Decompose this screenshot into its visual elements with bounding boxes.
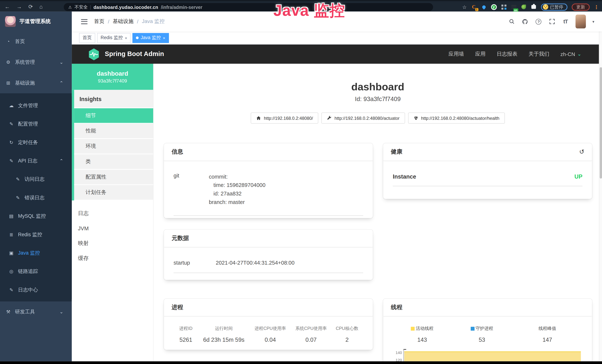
extension-puzzle-icon[interactable]: [531, 4, 537, 10]
search-icon[interactable]: [508, 18, 515, 25]
nav-item-logs[interactable]: 日志: [72, 206, 153, 221]
puzzle-shape: [531, 5, 536, 9]
nav-item-mappings[interactable]: 映射: [72, 236, 153, 251]
sidebar-item-scheduled-jobs[interactable]: ↻ 定时任务: [0, 133, 72, 152]
font-size-icon[interactable]: tT: [562, 18, 569, 25]
sidebar-item-home[interactable]: ◔ 首页: [0, 31, 72, 52]
help-icon[interactable]: ?: [535, 18, 542, 25]
tags-view-bar: 首页 Redis 监控 × Java 监控 ×: [72, 32, 602, 44]
insights-label: Insights: [74, 90, 153, 108]
nav-item-caches[interactable]: 缓存: [72, 251, 153, 266]
sidebar-item-label: 访问日志: [25, 176, 45, 183]
history-icon[interactable]: ↺: [579, 149, 584, 155]
sidebar-item-tracing[interactable]: ◎ 链路追踪: [0, 262, 72, 280]
sidebar-item-redis-monitor[interactable]: ≣ Redis 监控: [0, 225, 72, 244]
sidebar-item-system-mgmt[interactable]: ⚙ 系统管理 ⌄: [0, 52, 72, 73]
sidebar-item-infrastructure[interactable]: ⊞ 基础设施 ⌃: [0, 73, 72, 93]
github-icon[interactable]: [522, 18, 528, 25]
page-title: dashboard: [153, 81, 602, 93]
nav-item-details[interactable]: 细节: [74, 108, 153, 124]
metadata-key: startup: [173, 260, 216, 266]
health-row-instance[interactable]: Instance UP: [393, 166, 582, 186]
sba-nav-about[interactable]: 关于我们: [528, 51, 549, 57]
endpoint-actuator-url[interactable]: http://192.168.0.2:48080/actuator: [322, 113, 405, 124]
daemon-threads-value: 53: [452, 337, 512, 343]
user-avatar[interactable]: [575, 15, 586, 29]
sba-nav-wallboard[interactable]: 应用墙: [449, 51, 464, 57]
wrench-icon: [327, 116, 332, 121]
tab-java-monitor[interactable]: Java 监控 ×: [133, 33, 169, 43]
extension-badge: 1: [475, 8, 478, 11]
scrollbar-thumb[interactable]: [600, 67, 602, 179]
extension-grid-icon[interactable]: [501, 4, 506, 10]
address-bar[interactable]: ⚠ 不安全 dashboard.yudao.iocoder.cn /infra/…: [64, 3, 433, 11]
app-sidebar: 芋道管理系统 ◔ 首页 ⚙ 系统管理 ⌄ ⊞ 基础设施 ⌃ ☁ 文件管理: [0, 11, 72, 361]
endpoint-service-url[interactable]: http://192.168.0.2:48080/: [251, 113, 318, 124]
git-id-line: id: 27aa832: [209, 190, 266, 198]
log-icon: ✎: [9, 158, 14, 163]
sidebar-item-api-logs[interactable]: ✎ API 日志 ⌃: [0, 152, 72, 170]
endpoint-url: http://192.168.0.2:48080/: [264, 116, 313, 120]
bookmark-star-icon[interactable]: ☆: [462, 4, 467, 10]
chrome-update-button[interactable]: 更新: [572, 3, 590, 11]
instance-header[interactable]: dashboard 93a3fc7f7409: [72, 64, 153, 90]
extension-y-icon[interactable]: y: [491, 4, 497, 10]
browser-menu-icon[interactable]: ⋮: [594, 4, 599, 10]
log-icon: ✎: [9, 287, 14, 293]
sidebar-item-error-logs[interactable]: ✎ 错误日志: [0, 189, 72, 207]
tab-redis-monitor[interactable]: Redis 监控 ×: [97, 33, 131, 43]
extension-list-icon[interactable]: on: [511, 4, 516, 10]
sidebar-item-access-logs[interactable]: ✎ 访问日志: [0, 170, 72, 188]
app-title: 芋道管理系统: [20, 18, 51, 25]
sidebar-item-label: API 日志: [18, 157, 37, 164]
sba-language-select[interactable]: zh-CN ⌄: [560, 51, 581, 57]
chevron-down-icon: ⌄: [577, 51, 581, 57]
nav-item-config-props[interactable]: 配置属性: [74, 170, 153, 185]
close-icon[interactable]: ×: [163, 36, 165, 40]
logo-row[interactable]: 芋道管理系统: [0, 11, 72, 31]
nav-item-metrics[interactable]: 性能: [74, 124, 153, 139]
forward-icon[interactable]: →: [17, 3, 22, 10]
sidebar-item-java-monitor[interactable]: ▣ Java 监控: [0, 244, 72, 262]
chevron-up-icon: ⌃: [60, 80, 64, 86]
back-icon[interactable]: ←: [5, 3, 10, 10]
home-icon[interactable]: ⌂: [40, 3, 43, 10]
threads-card: 线程 活动线程 143 守护进程: [383, 299, 592, 361]
endpoint-health-url[interactable]: http://192.168.0.2:48080/actuator/health: [408, 113, 505, 124]
live-threads-area: [404, 352, 581, 361]
nav-item-jvm[interactable]: JVM: [72, 221, 153, 236]
nav-item-scheduled-tasks[interactable]: 计划任务: [74, 185, 153, 201]
sidebar-item-mysql-monitor[interactable]: ▤ MySQL 监控: [0, 207, 72, 225]
nav-item-environment[interactable]: 环境: [74, 139, 153, 154]
caret-down-icon[interactable]: ▾: [592, 20, 594, 24]
close-icon[interactable]: ×: [125, 36, 127, 40]
hamburger-icon[interactable]: [81, 19, 87, 24]
sidebar-item-file-mgmt[interactable]: ☁ 文件管理: [0, 96, 72, 115]
health-card: 健康 ↺ Instance UP: [383, 143, 592, 199]
nav-item-classes[interactable]: 类: [74, 154, 153, 170]
tab-label: Java 监控: [141, 34, 161, 41]
y-axis: 140 120 100: [393, 349, 403, 361]
sidebar-item-config-mgmt[interactable]: ✎ 配置管理: [0, 115, 72, 133]
fullscreen-icon[interactable]: [548, 18, 556, 25]
sidebar-item-log-center[interactable]: ✎ 日志中心: [0, 281, 72, 299]
legend-swatch-daemon: [471, 327, 474, 331]
extension-colorzilla-icon[interactable]: C 1: [471, 4, 477, 10]
dashboard-icon: ◔: [5, 39, 11, 44]
reload-icon[interactable]: ⟳: [28, 3, 33, 10]
breadcrumb-home[interactable]: 首页: [94, 18, 104, 25]
endpoint-url: http://192.168.0.2:48080/actuator: [334, 116, 399, 120]
tab-label: Redis 监控: [101, 34, 123, 41]
sba-nav-applications[interactable]: 应用: [475, 51, 485, 57]
page-scrollbar[interactable]: [599, 11, 602, 361]
profile-paused-button[interactable]: 已暂停: [541, 3, 568, 11]
extension-pin-icon[interactable]: [481, 4, 487, 10]
heartbeat-icon: [413, 116, 419, 121]
tab-home[interactable]: 首页: [79, 33, 95, 43]
extension-leaf-icon[interactable]: [521, 4, 527, 10]
sba-nav-journal[interactable]: 日志报表: [497, 51, 517, 57]
on-badge: on: [513, 8, 518, 12]
screen: ← → ⟳ ⌂ ⚠ 不安全 dashboard.yudao.iocoder.cn…: [0, 0, 602, 364]
breadcrumb-infrastructure[interactable]: 基础设施: [113, 18, 133, 25]
sidebar-item-dev-tools[interactable]: ⚒ 研发工具 ⌄: [0, 301, 72, 322]
